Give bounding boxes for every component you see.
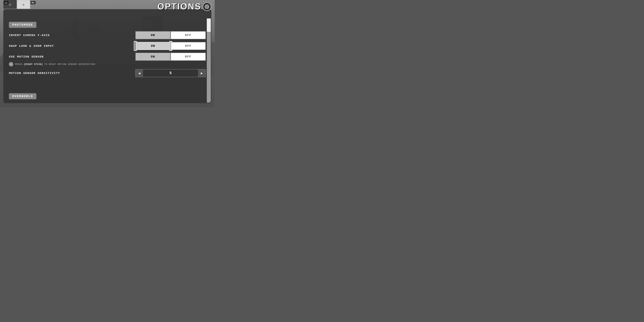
info-icon: i: [9, 62, 13, 66]
section-header: PHOTOMODE: [9, 22, 36, 28]
r1-label: R1: [30, 1, 36, 4]
section-title: PHOTOMODE: [12, 23, 33, 26]
motion-sensor-off-button[interactable]: OFF: [170, 53, 206, 61]
invert-camera-toggle: ON OFF: [135, 31, 206, 39]
invert-camera-label: INVERT CAMERA Y-AXIS: [9, 34, 50, 37]
slider-increase-button[interactable]: ▶: [198, 70, 206, 77]
page-title: OPTIONS: [157, 1, 201, 12]
slider-value: 5: [143, 71, 198, 75]
gear-icon: ⚙: [9, 2, 11, 7]
sensitivity-slider: ◀ 5 ▶: [135, 69, 206, 77]
controls-icon: ✛: [22, 2, 25, 7]
swap-look-toggle: ON OFF: [135, 42, 206, 50]
slider-decrease-button[interactable]: ◀: [136, 70, 143, 77]
swap-look-off-button[interactable]: OFF: [171, 42, 206, 50]
swap-look-on-button[interactable]: ON: [135, 42, 171, 50]
overworld-label: OVERWORLD: [12, 94, 33, 98]
motion-sensor-toggle: ON OFF: [135, 53, 206, 61]
info-message: PRESS [RIGHT STICK] TO RESET MOTION SENS…: [15, 63, 96, 66]
invert-camera-on-button[interactable]: ON: [135, 31, 170, 39]
setting-row-motion-sensor: USE MOTION SENSOR ON OFF: [9, 53, 206, 61]
sensitivity-label: MOTION SENSOR SENSITIVITY: [9, 72, 60, 75]
tab-controls[interactable]: ✛: [17, 0, 30, 9]
bottom-nav: OVERWORLD: [9, 93, 36, 99]
setting-row-swap-look: SWAP LOOK & ZOOM INPUT ON OFF: [9, 42, 206, 50]
invert-camera-off-button[interactable]: OFF: [170, 31, 206, 39]
setting-row-sensitivity: MOTION SENSOR SENSITIVITY ◀ 5 ▶: [9, 69, 206, 77]
content-area: PHOTOMODE INVERT CAMERA Y-AXIS ON OFF SW…: [4, 18, 211, 103]
back-button[interactable]: [202, 2, 211, 11]
motion-sensor-label: USE MOTION SENSOR: [9, 55, 44, 58]
circle-icon: [204, 4, 209, 9]
setting-row-invert-camera: INVERT CAMERA Y-AXIS ON OFF: [9, 31, 206, 39]
info-row: i PRESS [RIGHT STICK] TO RESET MOTION SE…: [9, 62, 206, 66]
options-panel: PHOTOMODE INVERT CAMERA Y-AXIS ON OFF SW…: [3, 9, 211, 103]
swap-look-label: SWAP LOOK & ZOOM INPUT: [9, 44, 54, 48]
overworld-button[interactable]: OVERWORLD: [9, 93, 36, 99]
l1-label: L1: [4, 1, 8, 4]
motion-sensor-on-button[interactable]: ON: [135, 53, 170, 61]
